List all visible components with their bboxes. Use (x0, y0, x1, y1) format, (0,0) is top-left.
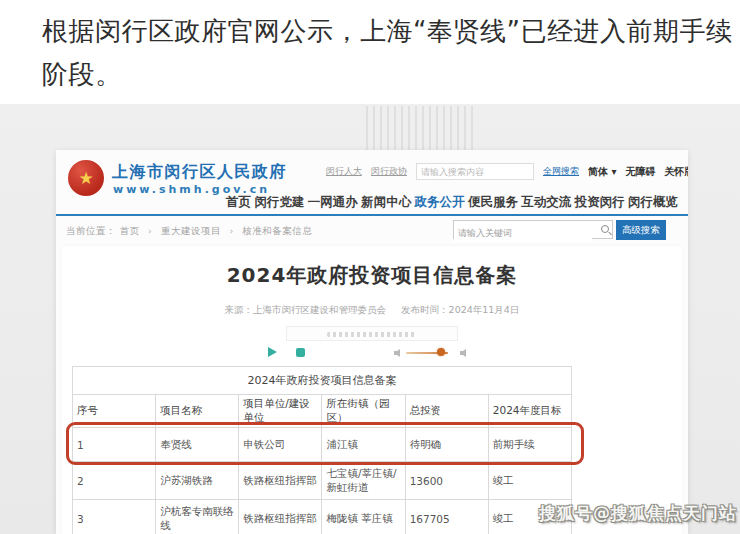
article-intro-text: 根据闵行区政府官网公示，上海“奉贤线”已经进入前期手续阶段。 (42, 10, 734, 96)
nav-item-public-services[interactable]: 便民服务 (468, 194, 518, 211)
language-dropdown[interactable]: 简体 ▾ (588, 165, 617, 179)
cell-no: 3 (73, 500, 156, 534)
allnet-search-button[interactable]: 全网搜索 (543, 165, 579, 178)
watermark-text: 搜狐号@搜狐焦点天门站 (539, 502, 737, 525)
nav-item-interaction[interactable]: 互动交流 (521, 194, 571, 211)
table-caption-row: 2024年政府投资项目信息备案 (73, 367, 572, 395)
audio-caption-text-blur (327, 332, 417, 337)
gov-website-window: ★ 上海市闵行区人民政府 www.shmh.gov.cn 闵行人大 闵行政协 全… (56, 150, 688, 534)
breadcrumb-separator: › (229, 225, 233, 236)
cell-investment: 167705 (405, 500, 488, 534)
cell-town: 梅陇镇 莘庄镇 (322, 500, 405, 534)
cell-goal: 竣工 (488, 462, 571, 500)
cell-unit: 铁路枢纽指挥部 (239, 462, 322, 500)
main-nav: 首页 闵行党建 一网通办 新闻中心 政务公开 便民服务 互动交流 投资闵行 闵行… (226, 194, 678, 211)
cell-unit: 铁路枢纽指挥部 (239, 500, 322, 534)
nav-item-one-stop-services[interactable]: 一网通办 (308, 194, 358, 211)
breadcrumb-separator: › (148, 225, 152, 236)
nav-item-home[interactable]: 首页 (226, 194, 251, 211)
screenshot-backdrop: ★ 上海市闵行区人民政府 www.shmh.gov.cn 闵行人大 闵行政协 全… (0, 104, 740, 534)
table-row-fengxian-line: 1 奉贤线 申铁公司 浦江镇 待明确 前期手续 (73, 428, 572, 462)
breadcrumb-major-projects[interactable]: 重大建设项目 (161, 225, 221, 236)
site-search-input[interactable] (416, 163, 534, 180)
link-minhang-cppcc[interactable]: 闵行政协 (371, 165, 407, 178)
cell-town: 七宝镇/莘庄镇/新虹街道 (322, 462, 405, 500)
nav-item-news-center[interactable]: 新闻中心 (361, 194, 411, 211)
link-minhang-peoples-congress[interactable]: 闵行人大 (326, 165, 362, 178)
advanced-search-button[interactable]: 高级搜索 (616, 220, 666, 240)
article-panel: 2024年政府投资项目信息备案 来源：上海市闵行区建设和管理委员会 发布时间：2… (62, 246, 682, 534)
article-meta: 来源：上海市闵行区建设和管理委员会 发布时间：2024年11月4日 (62, 304, 682, 317)
header-utility-bar: 闵行人大 闵行政协 全网搜索 简体 ▾ 无障碍 关怀版 (326, 163, 680, 180)
col-header-investment: 总投资 (405, 395, 488, 428)
cell-unit: 申铁公司 (239, 428, 322, 462)
nav-item-minhang-overview[interactable]: 闵行概览 (628, 194, 678, 211)
accessibility-link[interactable]: 无障碍 (626, 165, 656, 179)
speaker-icon (460, 349, 466, 357)
cell-name: 奉贤线 (156, 428, 239, 462)
nav-item-gov-disclosure[interactable]: 政务公开 (415, 194, 465, 211)
col-header-name: 项目名称 (156, 395, 239, 428)
page: 根据闵行区政府官网公示，上海“奉贤线”已经进入前期手续阶段。 ★ 上海市闵行区人… (0, 0, 740, 534)
search-icon[interactable] (601, 225, 609, 233)
cell-town: 浦江镇 (322, 428, 405, 462)
table-row-huhang-link-line: 3 沪杭客专南联络线 铁路枢纽指挥部 梅陇镇 莘庄镇 167705 竣工 (73, 500, 572, 534)
projects-table: 2024年政府投资项目信息备案 序号 项目名称 项目单位/建设单位 所在街镇（园… (72, 366, 572, 534)
col-header-unit: 项目单位/建设单位 (239, 395, 322, 428)
keyword-search-box (453, 220, 613, 239)
col-header-goal: 2024年度目标 (488, 395, 571, 428)
nav-item-invest-minhang[interactable]: 投资闵行 (575, 194, 625, 211)
col-header-no: 序号 (73, 395, 156, 428)
nav-underline (56, 214, 688, 216)
breadcrumb-approval-filing-info[interactable]: 核准和备案信息 (242, 225, 312, 236)
play-icon[interactable] (268, 347, 277, 357)
breadcrumb-label: 当前位置： (66, 225, 116, 236)
col-header-town: 所在街镇（园区） (322, 395, 405, 428)
cell-name: 沪杭客专南联络线 (156, 500, 239, 534)
cell-name: 沪苏湖铁路 (156, 462, 239, 500)
cell-investment: 待明确 (405, 428, 488, 462)
breadcrumb-home[interactable]: 首页 (120, 225, 140, 236)
cell-no: 1 (73, 428, 156, 462)
care-version-link[interactable]: 关怀版 (665, 165, 688, 179)
volume-slider-handle[interactable] (437, 348, 445, 356)
volume-down-icon (394, 349, 400, 357)
table-row-husuhu-railway: 2 沪苏湖铁路 铁路枢纽指挥部 七宝镇/莘庄镇/新虹街道 13600 竣工 (73, 462, 572, 500)
table-header-row: 序号 项目名称 项目单位/建设单位 所在街镇（园区） 总投资 2024年度目标 (73, 395, 572, 428)
cell-investment: 13600 (405, 462, 488, 500)
article-publish-date: 发布时间：2024年11月4日 (401, 304, 519, 315)
audio-caption-box (286, 326, 458, 341)
article-source: 来源：上海市闵行区建设和管理委员会 (225, 304, 387, 315)
cell-goal: 前期手续 (488, 428, 571, 462)
breadcrumb: 当前位置： 首页 › 重大建设项目 › 核准和备案信息 (66, 225, 312, 238)
table-caption: 2024年政府投资项目信息备案 (73, 367, 572, 395)
site-logo-title: 上海市闵行区人民政府 (112, 162, 287, 183)
keyword-search-input[interactable] (454, 225, 592, 242)
national-emblem-icon: ★ (68, 160, 104, 196)
article-title: 2024年政府投资项目信息备案 (62, 262, 682, 289)
nav-item-party-building[interactable]: 闵行党建 (254, 194, 304, 211)
stop-icon[interactable] (296, 348, 305, 357)
cell-no: 2 (73, 462, 156, 500)
